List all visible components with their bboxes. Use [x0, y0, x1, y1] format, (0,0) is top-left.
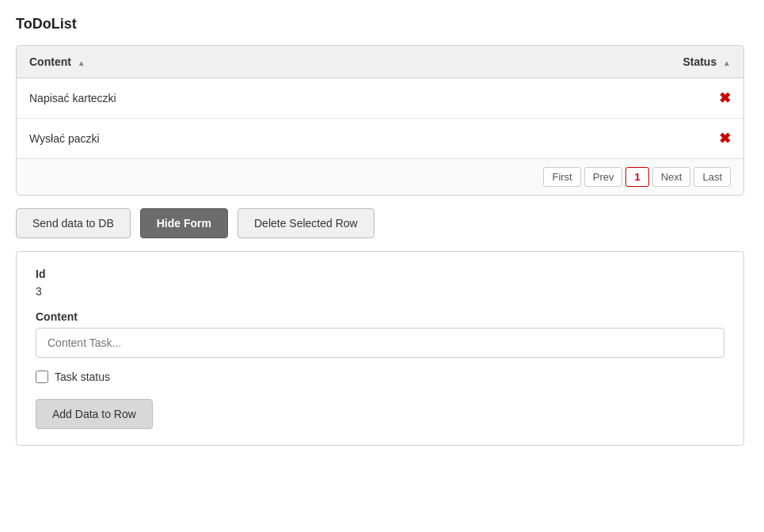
next-button[interactable]: Next: [652, 167, 691, 187]
actions-row: Send data to DB Hide Form Delete Selecte…: [16, 196, 744, 251]
sort-arrow-status: ▲: [723, 59, 731, 67]
table-row[interactable]: Napisać karteczki ✖: [17, 78, 743, 119]
send-db-button[interactable]: Send data to DB: [16, 208, 131, 238]
current-page-button[interactable]: 1: [625, 167, 648, 187]
hide-form-button[interactable]: Hide Form: [140, 208, 228, 238]
first-button[interactable]: First: [543, 167, 580, 187]
table-container: Content ▲ Status ▲ Napisać karteczki ✖ W…: [17, 46, 743, 158]
last-button[interactable]: Last: [694, 167, 731, 187]
form-card: Id 3 Content Task status Add Data to Row: [16, 251, 744, 446]
table-row[interactable]: Wysłać paczki ✖: [17, 119, 743, 159]
delete-row-button[interactable]: Delete Selected Row: [238, 208, 374, 238]
column-header-status[interactable]: Status ▲: [648, 46, 743, 78]
row-status: ✖: [648, 78, 743, 119]
todo-table: Content ▲ Status ▲ Napisać karteczki ✖ W…: [17, 46, 743, 158]
pagination-row: First Prev 1 Next Last: [17, 158, 743, 195]
sort-arrow-content: ▲: [78, 59, 86, 67]
content-field: Content: [36, 310, 724, 358]
task-status-row: Task status: [36, 370, 724, 383]
status-x-icon: ✖: [719, 131, 731, 146]
add-data-button[interactable]: Add Data to Row: [36, 399, 153, 429]
task-status-checkbox[interactable]: [36, 370, 48, 383]
row-content: Napisać karteczki: [17, 78, 648, 119]
content-label: Content: [36, 310, 724, 323]
row-status: ✖: [648, 119, 743, 159]
main-table-card: Content ▲ Status ▲ Napisać karteczki ✖ W…: [16, 45, 744, 196]
column-header-content[interactable]: Content ▲: [17, 46, 648, 78]
id-label: Id: [36, 268, 724, 280]
row-content: Wysłać paczki: [17, 119, 648, 159]
app-title: ToDoList: [16, 16, 748, 32]
id-field: Id 3: [36, 268, 724, 298]
id-value: 3: [36, 285, 42, 298]
status-x-icon: ✖: [719, 90, 731, 106]
task-status-label: Task status: [55, 370, 110, 383]
content-input[interactable]: [36, 328, 724, 358]
prev-button[interactable]: Prev: [584, 167, 623, 187]
